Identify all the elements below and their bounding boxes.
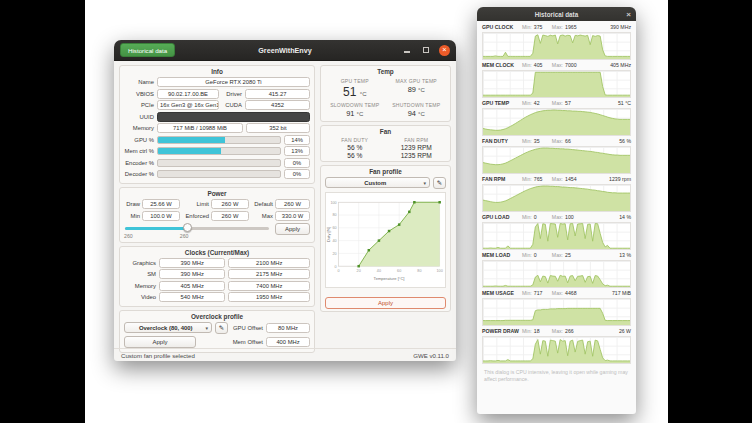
- gpu-temp-value: 51: [343, 85, 356, 99]
- history-sparkline: [483, 109, 630, 135]
- usage-row: Decoder %0%: [124, 169, 310, 179]
- chevron-down-icon: ▾: [423, 180, 426, 186]
- metric-label: POWER DRAW: [482, 328, 522, 334]
- min-value: 375: [534, 24, 546, 30]
- history-sparkline: [483, 223, 630, 249]
- edit-overclock-profile-button[interactable]: ✎: [215, 322, 228, 334]
- max-label: Max:: [552, 138, 563, 144]
- info-section: Info Name GeForce RTX 2080 Ti VBIOS 90.0…: [119, 65, 315, 184]
- slider-handle[interactable]: [183, 223, 192, 232]
- min-label: Min:: [522, 290, 532, 296]
- history-sparkline: [483, 71, 630, 97]
- overclock-profile-dropdown[interactable]: Overclock (80, 400) ▾: [124, 322, 212, 333]
- fan-profile-dropdown[interactable]: Custom ▾: [325, 177, 430, 188]
- gpu-offset-label: GPU Offset: [231, 325, 263, 331]
- metric-label: FAN DUTY: [482, 138, 522, 144]
- svg-text:80: 80: [333, 213, 337, 217]
- vbios-entry: 90.02.17.00.BE: [157, 89, 219, 99]
- memory-entry: 717 MiB / 10988 MiB: [157, 123, 243, 133]
- max-label: Max:: [552, 62, 563, 68]
- min-value: 717: [534, 290, 546, 296]
- right-column: Temp GPU TEMP 51 °C MAX GPU TEMP 89 °C: [320, 65, 451, 346]
- history-row: POWER DRAWMin:18Max:26626 W: [482, 328, 631, 364]
- temp-section: Temp GPU TEMP 51 °C MAX GPU TEMP 89 °C: [320, 65, 451, 122]
- fan-curve-chart[interactable]: 020406080100020406080100Temperature [°C]…: [325, 192, 446, 288]
- memory-label: Memory: [124, 125, 154, 131]
- fan-section: Fan FAN DUTY 56 % 56 % FAN RPM 1239 RPM …: [320, 125, 451, 162]
- historical-data-button[interactable]: Historical data: [120, 43, 175, 57]
- info-section-title: Info: [124, 68, 310, 75]
- fan-curve-svg: 020406080100020406080100Temperature [°C]…: [326, 193, 445, 287]
- svg-text:Duty [%]: Duty [%]: [326, 227, 331, 242]
- history-row: MEM CLOCKMin:405Max:7000405 MHz: [482, 62, 631, 98]
- svg-text:60: 60: [397, 269, 401, 273]
- metric-current-value: 405 MHz: [610, 62, 631, 68]
- name-entry: GeForce RTX 2080 Ti: [157, 77, 310, 87]
- svg-text:0: 0: [337, 269, 339, 273]
- history-graph: [482, 336, 631, 364]
- gpu-temp-label: GPU TEMP: [325, 78, 385, 84]
- clock-max-entry: 7400 MHz: [228, 281, 310, 291]
- metric-header: MEM LOADMin:0Max:2513 %: [482, 252, 631, 260]
- metric-current-value: 56 %: [619, 138, 631, 144]
- edit-fan-profile-button[interactable]: ✎: [433, 177, 446, 189]
- history-row: FAN RPMMin:765Max:14541239 rpm: [482, 176, 631, 212]
- metric-header: GPU CLOCKMin:375Max:1965390 MHz: [482, 24, 631, 32]
- usage-value: 13%: [284, 146, 310, 156]
- svg-text:20: 20: [357, 269, 361, 273]
- clock-label: Graphics: [124, 260, 156, 266]
- metric-header: MEM USAGEMin:717Max:4468717 MiB: [482, 290, 631, 298]
- metric-header: FAN DUTYMin:35Max:6656 %: [482, 138, 631, 146]
- minimize-icon[interactable]: [401, 45, 412, 56]
- max-label: Max:: [552, 252, 563, 258]
- max-label: Max:: [552, 214, 563, 220]
- max-value: 1965: [565, 24, 577, 30]
- min-label: Min:: [522, 100, 532, 106]
- metric-current-value: 13 %: [619, 252, 631, 258]
- slowdown-temp-value: 91: [346, 109, 354, 118]
- min-value: 405: [534, 62, 546, 68]
- max-value: 25: [565, 252, 577, 258]
- metric-header: POWER DRAWMin:18Max:26626 W: [482, 328, 631, 336]
- svg-text:80: 80: [417, 269, 421, 273]
- clock-max-entry: 2100 MHz: [228, 258, 310, 268]
- historical-window-title: Historical data: [535, 11, 578, 18]
- history-row: GPU LOADMin:0Max:10014 %: [482, 214, 631, 250]
- min-value: 0: [534, 214, 546, 220]
- close-icon[interactable]: ×: [626, 7, 631, 21]
- history-graph: [482, 298, 631, 326]
- history-row: MEM LOADMin:0Max:2513 %: [482, 252, 631, 288]
- gpu-offset-entry[interactable]: 80 MHz: [266, 323, 310, 333]
- fan2-duty-value: 56 %: [325, 152, 385, 159]
- clocks-section-title: Clocks (Current/Max): [124, 249, 310, 256]
- driver-label: Driver: [222, 91, 242, 97]
- min-value: 765: [534, 176, 546, 182]
- maximize-icon[interactable]: [420, 45, 431, 56]
- driver-entry: 415.27: [245, 89, 310, 99]
- fan-apply-button[interactable]: Apply: [325, 297, 446, 309]
- memory-interface-entry: 352 bit: [246, 123, 310, 133]
- usage-label: Mem ctrl %: [124, 148, 154, 154]
- main-content: Info Name GeForce RTX 2080 Ti VBIOS 90.0…: [114, 61, 456, 348]
- shutdown-temp-value: 94: [408, 109, 416, 118]
- left-column: Info Name GeForce RTX 2080 Ti VBIOS 90.0…: [119, 65, 315, 346]
- fan-duty-label: FAN DUTY: [325, 137, 385, 143]
- fan-rpm-column: FAN RPM 1239 RPM 1235 RPM: [387, 137, 447, 159]
- statusbar: Custom fan profile selected GWE v0.11.0: [114, 348, 456, 361]
- power-section: Power Draw 25.66 W Limit 260 W Default 2…: [119, 187, 315, 243]
- overclock-apply-button[interactable]: Apply: [124, 336, 196, 348]
- history-graph: [482, 184, 631, 212]
- mem-offset-entry[interactable]: 400 MHz: [266, 337, 310, 347]
- clock-max-entry: 2175 MHz: [228, 269, 310, 279]
- power-apply-button[interactable]: Apply: [275, 223, 310, 235]
- clock-current-entry: 540 MHz: [159, 292, 225, 302]
- uuid-label: UUID: [124, 114, 154, 120]
- power-limit-slider[interactable]: 260 260: [124, 223, 270, 240]
- close-icon[interactable]: ×: [439, 45, 450, 56]
- power-default-entry: 260 W: [275, 199, 310, 209]
- clock-label: SM: [124, 271, 156, 277]
- metric-label: MEM LOAD: [482, 252, 522, 258]
- history-sparkline: [483, 185, 630, 211]
- pcie-label: PCIe: [124, 102, 154, 108]
- max-value: 100: [565, 214, 577, 220]
